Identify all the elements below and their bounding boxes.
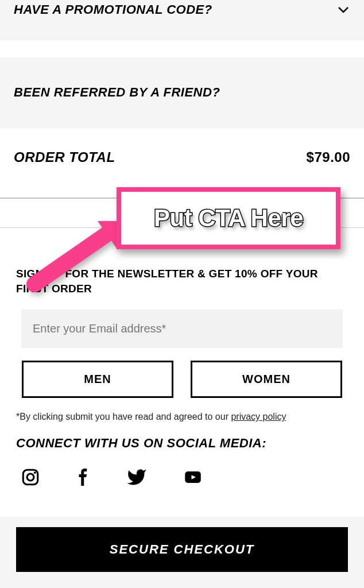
privacy-policy-link[interactable]: privacy policy: [231, 412, 286, 421]
social-heading: CONNECT WITH US ON SOCIAL MEDIA:: [16, 436, 348, 451]
arrow-annotation-icon: [11, 215, 132, 301]
cta-annotation-box: Put CTA Here: [117, 187, 340, 249]
instagram-icon[interactable]: [21, 467, 40, 489]
gender-button-row: MEN WOMEN: [22, 361, 342, 398]
referred-section[interactable]: BEEN REFERRED BY A FRIEND?: [0, 57, 364, 129]
disclaimer-text: *By clicking submit you have read and ag…: [16, 412, 231, 421]
twitter-icon[interactable]: [126, 467, 147, 490]
spacer: [0, 40, 364, 57]
svg-point-3: [27, 474, 34, 481]
women-button[interactable]: WOMEN: [191, 361, 342, 398]
facebook-icon[interactable]: [75, 467, 92, 490]
chevron-down-icon[interactable]: [336, 2, 350, 21]
promo-code-label: HAVE A PROMOTIONAL CODE?: [14, 2, 212, 17]
sticky-footer: SECURE CHECKOUT: [0, 517, 364, 588]
order-total-value: $79.00: [307, 149, 350, 165]
social-icons-row: [16, 467, 348, 490]
newsletter-disclaimer: *By clicking submit you have read and ag…: [16, 412, 348, 436]
secure-checkout-button[interactable]: SECURE CHECKOUT: [16, 527, 348, 572]
youtube-icon[interactable]: [181, 469, 204, 488]
email-field[interactable]: [21, 310, 343, 348]
svg-point-4: [34, 472, 36, 474]
order-total-label: ORDER TOTAL: [14, 149, 115, 165]
promo-code-accordion[interactable]: HAVE A PROMOTIONAL CODE?: [0, 0, 364, 40]
svg-line-0: [34, 233, 109, 284]
men-button[interactable]: MEN: [22, 361, 173, 398]
referred-label: BEEN REFERRED BY A FRIEND?: [14, 85, 220, 99]
order-total-row: ORDER TOTAL $79.00: [0, 129, 364, 177]
cta-annotation-text: Put CTA Here: [154, 204, 303, 232]
